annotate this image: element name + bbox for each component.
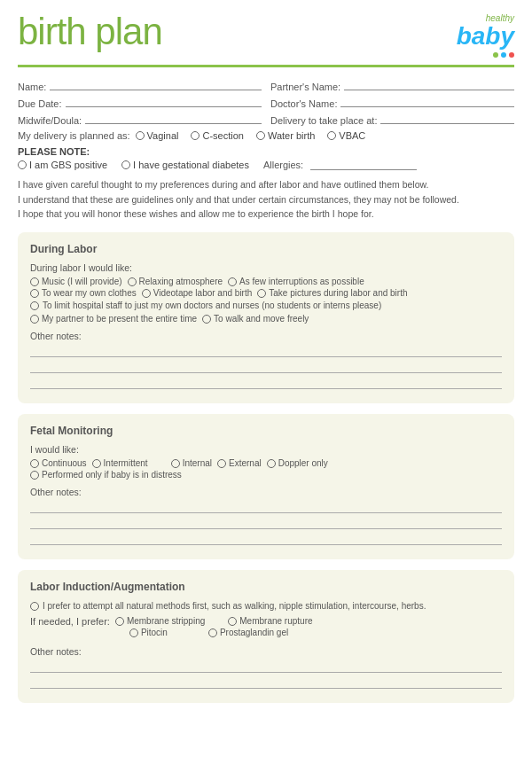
radio-limit-staff-circle xyxy=(30,301,39,310)
option-intermittent[interactable]: Intermittent xyxy=(92,458,148,468)
option-natural-methods[interactable]: I prefer to attempt all natural methods … xyxy=(30,600,502,613)
intro-line1: I have given careful thought to my prefe… xyxy=(18,177,514,192)
fetal-monitoring-row1: Continuous Intermittent Internal Externa… xyxy=(30,458,502,468)
option-internal[interactable]: Internal xyxy=(171,458,212,468)
radio-vbac[interactable]: VBAC xyxy=(327,130,365,141)
radio-videotape-circle xyxy=(142,289,151,298)
radio-vbac-circle xyxy=(327,131,336,140)
radio-vaginal[interactable]: Vaginal xyxy=(136,130,179,141)
option-membrane-rupture-label: Membrane rupture xyxy=(239,616,312,626)
fetal-monitoring-card: Fetal Monitoring I would like: Continuou… xyxy=(18,414,514,559)
radio-walk-move-circle xyxy=(202,315,211,324)
option-external-label: External xyxy=(229,458,262,468)
option-continuous-label: Continuous xyxy=(42,458,87,468)
option-walk-move-label: To walk and move freely xyxy=(214,314,309,324)
radio-csection[interactable]: C-section xyxy=(191,130,243,141)
midwife-field: Midwife/Doula: xyxy=(18,113,262,126)
radio-gestational-label: I have gestational diabetes xyxy=(133,160,249,170)
option-videotape-label: Videotape labor and birth xyxy=(153,288,253,298)
fetal-monitoring-note-line1[interactable] xyxy=(30,501,502,513)
form-fields: Name: Partner's Name: Due Date: Doctor's… xyxy=(18,80,514,141)
option-doppler-only[interactable]: Doppler only xyxy=(267,458,328,468)
page-title: birth plan xyxy=(18,13,162,51)
intro-line3: I hope that you will honor these wishes … xyxy=(18,207,514,222)
labor-induction-other-notes: Other notes: xyxy=(30,646,502,689)
due-date-row: Due Date: Doctor's Name: xyxy=(18,97,514,109)
name-input-line[interactable] xyxy=(50,80,262,90)
option-partner-present-label: My partner to be present the entire time xyxy=(42,314,197,324)
during-labor-row1: Music (I will provide) Relaxing atmosphe… xyxy=(30,277,502,286)
option-partner-present[interactable]: My partner to be present the entire time xyxy=(30,314,197,324)
option-pictures-label: Take pictures during labor and birth xyxy=(269,288,407,298)
allergies-input-line[interactable] xyxy=(310,160,417,170)
option-walk-move[interactable]: To walk and move freely xyxy=(202,314,309,324)
midwife-row: Midwife/Doula: Delivery to take place at… xyxy=(18,113,514,126)
if-needed-label: If needed, I prefer: xyxy=(30,616,110,627)
radio-gbs-label: I am GBS positive xyxy=(29,160,107,170)
labor-induction-title: Labor Induction/Augmentation xyxy=(30,581,502,593)
during-labor-title: During Labor xyxy=(30,243,502,255)
option-own-clothes[interactable]: To wear my own clothes xyxy=(30,288,137,298)
fetal-monitoring-subtitle: I would like: xyxy=(30,444,502,455)
radio-natural-methods-circle xyxy=(30,602,39,611)
during-labor-note-line2[interactable] xyxy=(30,361,502,373)
radio-continuous-circle xyxy=(30,459,39,468)
option-interruptions[interactable]: As few interruptions as possible xyxy=(228,277,364,286)
option-limit-staff[interactable]: To limit hospital staff to just my own d… xyxy=(30,300,502,312)
option-pictures[interactable]: Take pictures during labor and birth xyxy=(257,288,407,298)
during-labor-row2: To wear my own clothes Videotape labor a… xyxy=(30,288,502,298)
radio-gbs[interactable]: I am GBS positive xyxy=(18,160,107,170)
delivery-place-label: Delivery to take place at: xyxy=(270,115,377,126)
radio-music-circle xyxy=(30,277,39,286)
radio-prostaglandin-circle xyxy=(208,628,217,637)
during-labor-note-line1[interactable] xyxy=(30,345,502,357)
partners-name-field: Partner's Name: xyxy=(270,80,514,92)
delivery-place-input-line[interactable] xyxy=(380,113,514,124)
fetal-monitoring-note-line2[interactable] xyxy=(30,517,502,529)
induction-row2: Pitocin Prostaglandin gel xyxy=(129,628,318,637)
radio-gestational[interactable]: I have gestational diabetes xyxy=(121,160,249,170)
due-date-input-line[interactable] xyxy=(66,97,262,107)
radio-internal-circle xyxy=(171,459,180,468)
option-relaxing[interactable]: Relaxing atmosphere xyxy=(128,277,223,286)
fetal-monitoring-other-notes-label: Other notes: xyxy=(30,487,502,497)
fetal-monitoring-note-line3[interactable] xyxy=(30,533,502,545)
radio-membrane-rupture-circle xyxy=(228,617,237,626)
labor-induction-note-line1[interactable] xyxy=(30,660,502,673)
fetal-monitoring-title: Fetal Monitoring xyxy=(30,425,502,437)
intro-line2: I understand that these are guidelines o… xyxy=(18,192,514,207)
option-performed-only[interactable]: Performed only if baby is in distress xyxy=(30,470,182,480)
option-music[interactable]: Music (I will provide) xyxy=(30,277,122,286)
partners-name-label: Partner's Name: xyxy=(270,82,340,92)
if-needed-section: If needed, I prefer: Membrane stripping … xyxy=(30,616,502,639)
option-intermittent-label: Intermittent xyxy=(104,458,148,468)
option-internal-label: Internal xyxy=(183,458,212,468)
radio-water-birth[interactable]: Water birth xyxy=(256,130,315,141)
doctors-name-input-line[interactable] xyxy=(340,97,514,107)
logo-dot-green xyxy=(493,52,498,58)
radio-vaginal-circle xyxy=(136,131,145,140)
option-performed-only-label: Performed only if baby is in distress xyxy=(42,470,182,480)
option-pitocin[interactable]: Pitocin xyxy=(129,628,168,637)
during-labor-note-line3[interactable] xyxy=(30,377,502,389)
option-music-label: Music (I will provide) xyxy=(42,277,122,286)
option-membrane-stripping[interactable]: Membrane stripping xyxy=(115,616,205,626)
radio-own-clothes-circle xyxy=(30,289,39,298)
midwife-input-line[interactable] xyxy=(85,113,262,124)
partners-name-input-line[interactable] xyxy=(344,80,514,90)
labor-induction-note-line2[interactable] xyxy=(30,676,502,689)
logo-dot-blue xyxy=(501,52,506,58)
radio-partner-present-circle xyxy=(30,315,39,324)
option-videotape[interactable]: Videotape labor and birth xyxy=(142,288,253,298)
logo: healthy baby xyxy=(457,13,514,58)
labor-induction-card: Labor Induction/Augmentation I prefer to… xyxy=(18,570,514,703)
delivery-place-field: Delivery to take place at: xyxy=(270,113,514,126)
radio-water-birth-circle xyxy=(256,131,265,140)
please-note-section: PLEASE NOTE: I am GBS positive I have ge… xyxy=(18,146,514,170)
option-continuous[interactable]: Continuous xyxy=(30,458,87,468)
option-external[interactable]: External xyxy=(217,458,262,468)
logo-baby-text: baby xyxy=(457,23,514,51)
due-date-field: Due Date: xyxy=(18,97,262,109)
option-prostaglandin[interactable]: Prostaglandin gel xyxy=(208,628,288,637)
option-membrane-rupture[interactable]: Membrane rupture xyxy=(228,616,312,626)
